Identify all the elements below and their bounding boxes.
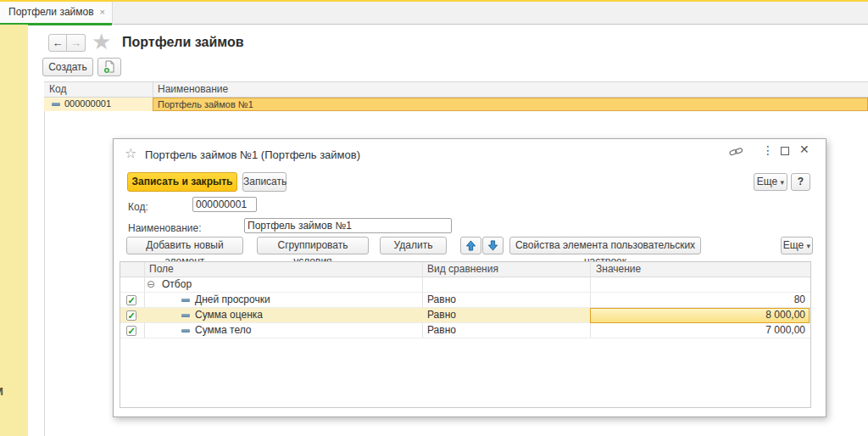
- back-button[interactable]: ←: [48, 34, 67, 52]
- column-separator[interactable]: [153, 82, 153, 97]
- dialog-title: Портфель займов №1 (Портфель займов): [145, 148, 360, 161]
- history-navigation: ← →: [48, 34, 86, 52]
- copy-document-icon: [103, 64, 116, 76]
- name-value: Портфель займов №1: [158, 98, 253, 111]
- user-settings-properties-button[interactable]: Свойства элемента пользовательских настр…: [509, 237, 701, 254]
- value-cell[interactable]: 80: [590, 293, 809, 307]
- favorite-star-outline-icon[interactable]: ☆: [125, 145, 136, 161]
- more-label: Еще: [783, 239, 804, 251]
- save-button[interactable]: Записать: [242, 172, 287, 192]
- name-cell[interactable]: Портфель займов №1: [153, 98, 868, 111]
- panel-text-fragment: М: [0, 385, 3, 398]
- collapse-icon[interactable]: ⊖: [147, 277, 155, 292]
- chevron-down-icon: ▾: [807, 242, 811, 250]
- tab-loan-portfolios[interactable]: Портфели займов ×: [0, 2, 113, 25]
- field-dash-icon: [181, 299, 190, 302]
- add-element-button[interactable]: Добавить новый элемент: [126, 237, 243, 254]
- help-button[interactable]: ?: [791, 173, 810, 191]
- code-field-label: Код:: [128, 201, 148, 213]
- tab-bar: Портфели займов ×: [0, 2, 868, 25]
- code-field[interactable]: 000000001: [192, 197, 257, 212]
- tab-close-icon[interactable]: ×: [100, 2, 105, 23]
- group-conditions-button[interactable]: Сгруппировать условия: [257, 237, 369, 254]
- item-dash-icon: [52, 103, 60, 106]
- column-header-comparison[interactable]: Вид сравнения: [427, 262, 498, 277]
- focused-value-cell[interactable]: 8 000,00: [590, 308, 810, 323]
- field-dash-icon: [181, 329, 190, 333]
- value-cell[interactable]: 7 000,00: [590, 323, 809, 338]
- code-value: 000000001: [64, 98, 111, 110]
- row-checkbox[interactable]: ✓: [126, 295, 136, 305]
- table-row[interactable]: ✓ Дней просрочки Равно 80: [120, 293, 810, 308]
- column-header-value[interactable]: Значение: [596, 262, 641, 277]
- more-label: Еще: [757, 176, 777, 187]
- more-button-top[interactable]: Еще ▾: [754, 173, 787, 191]
- column-header-field[interactable]: Поле: [149, 262, 174, 277]
- field-name: Сумма тело: [195, 323, 252, 338]
- page-title: Портфели займов: [122, 35, 244, 50]
- field-dash-icon: [181, 314, 190, 317]
- group-label: Отбор: [162, 277, 192, 292]
- chevron-down-icon: ▾: [781, 178, 785, 187]
- comparison-value: Равно: [427, 323, 456, 338]
- delete-button[interactable]: Удалить: [380, 237, 447, 254]
- field-name: Дней просрочки: [195, 293, 270, 307]
- tab-label: Портфели займов: [8, 2, 94, 23]
- arrow-up-icon: [465, 242, 476, 254]
- row-checkbox[interactable]: ✓: [126, 310, 136, 321]
- list-border: [44, 81, 45, 436]
- field-name: Сумма оценка: [195, 308, 263, 322]
- move-up-button[interactable]: [460, 237, 481, 254]
- group-row[interactable]: ⊖ Отбор: [120, 277, 810, 293]
- conditions-header-row: Поле Вид сравнения Значение: [120, 262, 810, 277]
- column-header-code[interactable]: Код: [49, 82, 66, 97]
- favorite-star-icon[interactable]: ★: [92, 29, 111, 55]
- kebab-menu-icon[interactable]: ⋮: [762, 143, 774, 157]
- portfolio-dialog: ☆ Портфель займов №1 (Портфель займов) ⋮…: [113, 138, 826, 417]
- move-down-button[interactable]: [482, 237, 504, 254]
- column-header-name[interactable]: Наименование: [158, 82, 228, 97]
- code-cell[interactable]: 000000001: [44, 98, 153, 111]
- close-icon[interactable]: ✕: [799, 143, 810, 156]
- create-by-copy-button[interactable]: [97, 58, 121, 76]
- app-window: Портфели займов × М ← → ★ Портфели займо…: [0, 0, 868, 436]
- maximize-icon[interactable]: [781, 147, 789, 155]
- create-button[interactable]: Создать: [42, 58, 93, 76]
- table-row[interactable]: 000000001 Портфель займов №1: [44, 98, 868, 111]
- row-checkbox[interactable]: ✓: [126, 326, 136, 336]
- save-and-close-button[interactable]: Записать и закрыть: [127, 172, 237, 192]
- comparison-value: Равно: [427, 293, 456, 307]
- name-field-label: Наименование:: [128, 222, 202, 234]
- list-header-row: Код Наименование: [44, 81, 868, 98]
- arrow-down-icon: [487, 242, 498, 254]
- forward-button[interactable]: →: [67, 34, 86, 52]
- left-panel: М: [0, 25, 28, 436]
- more-button-toolbar[interactable]: Еще ▾: [781, 237, 813, 254]
- conditions-table: Поле Вид сравнения Значение ⊖ Отбор ✓ Дн…: [120, 261, 811, 408]
- table-row[interactable]: ✓ Сумма тело Равно 7 000,00: [120, 323, 810, 338]
- comparison-value: Равно: [427, 308, 456, 322]
- name-field[interactable]: Портфель займов №1: [244, 218, 452, 233]
- get-link-icon[interactable]: [729, 146, 743, 161]
